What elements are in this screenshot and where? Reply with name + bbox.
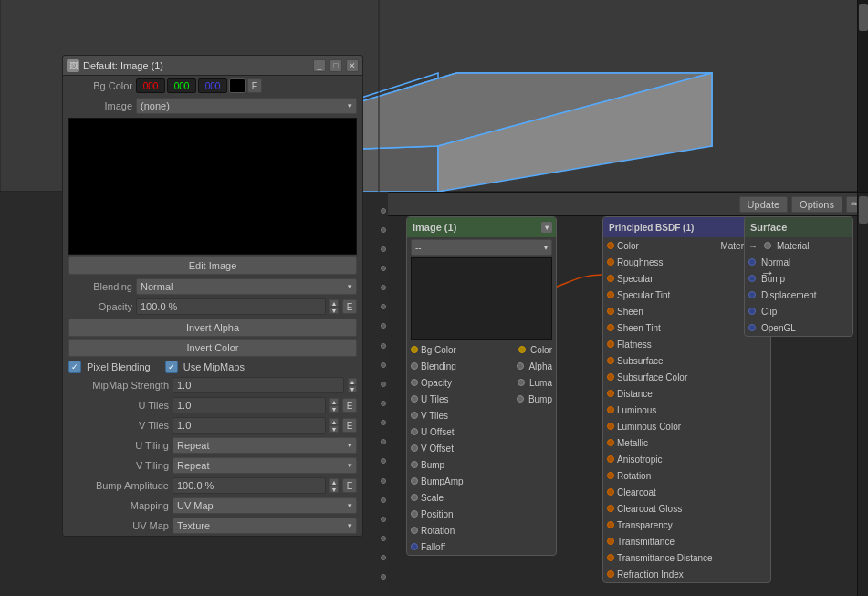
bump-amplitude-up[interactable]: ▲: [329, 478, 339, 486]
update-button[interactable]: Update: [739, 196, 788, 213]
bsdf-rotation-in[interactable]: [607, 472, 614, 479]
opacity-down[interactable]: ▼: [329, 307, 339, 314]
bsdf-roughness-in[interactable]: [607, 258, 614, 266]
win-minimize-btn[interactable]: _: [313, 59, 326, 72]
bsdf-color-in[interactable]: [607, 242, 614, 249]
surface-normal-socket[interactable]: [748, 258, 756, 266]
edge-socket-14[interactable]: [381, 458, 386, 464]
mipmap-strength-field[interactable]: 1.0: [173, 377, 344, 393]
edge-socket-5[interactable]: [381, 285, 386, 290]
opacity-e-btn[interactable]: E: [342, 299, 357, 314]
bsdf-transmittance-dist-in[interactable]: [607, 554, 614, 561]
bsdf-luminous-color-in[interactable]: [607, 423, 614, 430]
bsdf-luminous-in[interactable]: [607, 406, 614, 413]
surface-opengl-socket[interactable]: [748, 324, 756, 331]
bsdf-refraction-in[interactable]: [607, 570, 614, 578]
mapping-dropdown[interactable]: UV Map: [173, 497, 357, 514]
u-tiles-up[interactable]: ▲: [329, 398, 339, 405]
socket-bumpamp-dot[interactable]: [411, 477, 418, 485]
v-tiles-field[interactable]: 1.0: [173, 417, 326, 434]
u-tiles-e-btn[interactable]: E: [342, 398, 357, 413]
viewport-scrollbar[interactable]: [857, 0, 868, 192]
blending-dropdown[interactable]: Normal: [136, 278, 357, 295]
socket-color-out[interactable]: [518, 346, 526, 353]
bump-amplitude-field[interactable]: 100.0 %: [173, 477, 326, 494]
bump-amplitude-arrows[interactable]: ▲ ▼: [329, 478, 339, 493]
bsdf-specular-in[interactable]: [607, 275, 614, 282]
bump-amplitude-e-btn[interactable]: E: [342, 478, 357, 493]
socket-bump-dot[interactable]: [411, 461, 418, 468]
socket-v-offset-dot[interactable]: [411, 444, 418, 452]
image-node-close[interactable]: ▾: [541, 222, 552, 233]
socket-v-tiles-dot[interactable]: [411, 412, 418, 419]
bsdf-subsurface-in[interactable]: [607, 357, 614, 364]
socket-bump-out[interactable]: [517, 395, 524, 403]
socket-rotation-dot[interactable]: [411, 527, 418, 534]
surface-clip-socket[interactable]: [748, 308, 756, 315]
surface-material-socket[interactable]: [764, 242, 771, 249]
edge-socket-13[interactable]: [381, 439, 386, 444]
bsdf-clearcoat-in[interactable]: [607, 488, 614, 496]
u-tiles-arrows[interactable]: ▲ ▼: [329, 398, 339, 413]
socket-scale-dot[interactable]: [411, 494, 418, 501]
socket-luma-out[interactable]: [518, 379, 525, 386]
u-tiles-down[interactable]: ▼: [329, 405, 339, 413]
mipmap-arrows[interactable]: ▲ ▼: [348, 378, 357, 392]
uv-map-dropdown[interactable]: Texture: [173, 518, 357, 534]
options-button[interactable]: Options: [791, 196, 842, 213]
socket-alpha-out[interactable]: [517, 362, 524, 370]
invert-alpha-btn[interactable]: Invert Alpha: [68, 319, 357, 337]
edge-socket-1[interactable]: [381, 208, 386, 214]
edge-socket-19[interactable]: [381, 555, 386, 560]
edge-socket-8[interactable]: [381, 343, 386, 349]
opacity-arrows[interactable]: ▲ ▼: [329, 299, 339, 314]
bsdf-sheen-in[interactable]: [607, 308, 614, 315]
edge-socket-12[interactable]: [381, 420, 386, 425]
edge-socket-18[interactable]: [381, 536, 386, 541]
bsdf-sheen-tint-in[interactable]: [607, 324, 614, 331]
opacity-field[interactable]: 100.0 %: [136, 298, 326, 315]
edge-socket-6[interactable]: [381, 304, 386, 309]
win-maximize-btn[interactable]: □: [329, 59, 342, 72]
edge-socket-9[interactable]: [381, 362, 386, 368]
invert-color-btn[interactable]: Invert Color: [68, 339, 357, 357]
edge-socket-16[interactable]: [381, 497, 386, 503]
v-tiles-arrows[interactable]: ▲ ▼: [329, 418, 339, 433]
u-tiling-dropdown[interactable]: Repeat: [173, 437, 357, 454]
image-dropdown[interactable]: (none): [136, 98, 357, 114]
use-mipmaps-checkbox[interactable]: ✓: [165, 361, 178, 373]
v-tiles-e-btn[interactable]: E: [342, 418, 357, 433]
bump-amplitude-down[interactable]: ▼: [329, 486, 339, 493]
edge-socket-10[interactable]: [381, 382, 386, 387]
bg-color-e-btn[interactable]: E: [247, 78, 262, 93]
v-tiling-dropdown[interactable]: Repeat: [173, 457, 357, 474]
surface-displacement-socket[interactable]: [748, 291, 756, 298]
edit-image-btn[interactable]: Edit Image: [68, 256, 357, 275]
edge-socket-15[interactable]: [381, 478, 386, 484]
node-editor-scrollbar[interactable]: [857, 193, 868, 596]
color-r-field[interactable]: 000: [136, 78, 165, 93]
win-close-btn[interactable]: ✕: [346, 59, 359, 72]
bsdf-metallic-in[interactable]: [607, 439, 614, 446]
edge-socket-7[interactable]: [381, 323, 386, 329]
opacity-up[interactable]: ▲: [329, 299, 339, 307]
v-tiles-down[interactable]: ▼: [329, 425, 339, 433]
surface-bump-socket[interactable]: [748, 275, 756, 282]
socket-falloff-dot[interactable]: [411, 543, 418, 550]
edge-socket-17[interactable]: [381, 517, 386, 522]
socket-position-dot[interactable]: [411, 510, 418, 518]
mipmap-down[interactable]: ▼: [348, 385, 357, 392]
pixel-blending-checkbox[interactable]: ✓: [68, 361, 81, 373]
color-preview[interactable]: [229, 78, 246, 93]
edge-socket-2[interactable]: [381, 227, 386, 233]
color-b-field[interactable]: 000: [198, 78, 227, 93]
edge-socket-20[interactable]: [381, 574, 386, 580]
edge-socket-11[interactable]: [381, 401, 386, 406]
edge-socket-4[interactable]: [381, 266, 386, 271]
edge-socket-3[interactable]: [381, 246, 386, 252]
bsdf-distance-in[interactable]: [607, 390, 614, 397]
bsdf-transparency-in[interactable]: [607, 521, 614, 528]
socket-bg-color-dot[interactable]: [411, 346, 418, 353]
v-tiles-up[interactable]: ▲: [329, 418, 339, 425]
bsdf-clearcoat-gloss-in[interactable]: [607, 505, 614, 512]
